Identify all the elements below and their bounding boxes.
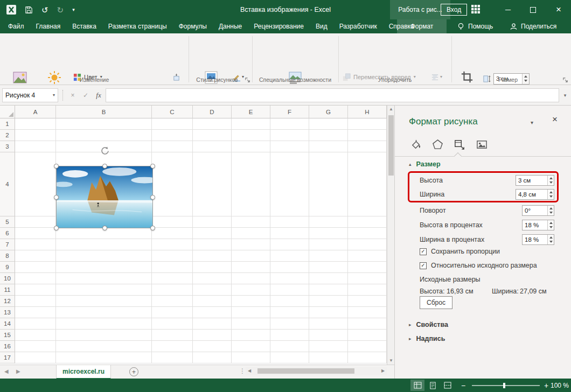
cell-E15[interactable] — [232, 330, 270, 341]
maximize-button[interactable] — [520, 0, 545, 19]
cell-F15[interactable] — [270, 330, 309, 341]
tab-page-layout[interactable]: Разметка страницы — [102, 19, 173, 33]
column-header-E[interactable]: E — [232, 106, 270, 118]
cell-C16[interactable] — [152, 341, 193, 352]
cell-H8[interactable] — [348, 250, 387, 262]
rotation-input[interactable]: 0° — [522, 205, 554, 216]
cell-D6[interactable] — [193, 228, 232, 239]
cell-G10[interactable] — [309, 273, 348, 284]
cell-G13[interactable] — [309, 307, 348, 318]
cell-C6[interactable] — [152, 228, 193, 239]
width-percent-spin-buttons[interactable] — [547, 235, 554, 244]
cell-F14[interactable] — [270, 318, 309, 330]
pane-options-chevron-icon[interactable]: ▾ — [531, 120, 533, 125]
cell-D15[interactable] — [193, 330, 232, 341]
cell-H13[interactable] — [348, 307, 387, 318]
cell-D1[interactable] — [193, 118, 232, 130]
cell-F4[interactable] — [270, 152, 309, 216]
lock-aspect-checkbox[interactable]: ✓ Сохранить пропорции — [420, 248, 500, 255]
cell-C13[interactable] — [152, 307, 193, 318]
insert-function-button[interactable]: fx — [93, 88, 105, 102]
cell-B17[interactable] — [56, 352, 152, 363]
inserted-picture[interactable] — [56, 166, 153, 228]
row-header-5[interactable]: 5 — [0, 216, 15, 228]
properties-section-header[interactable]: ▸ Свойства — [409, 321, 448, 328]
cell-H15[interactable] — [348, 330, 387, 341]
cell-G5[interactable] — [309, 216, 348, 228]
cell-H2[interactable] — [348, 130, 387, 141]
cell-F7[interactable] — [270, 239, 309, 250]
cell-A2[interactable] — [15, 130, 56, 141]
cell-E9[interactable] — [232, 262, 270, 273]
cell-G14[interactable] — [309, 318, 348, 330]
cell-A4[interactable] — [15, 152, 56, 216]
cell-E8[interactable] — [232, 250, 270, 262]
row-header-7[interactable]: 7 — [0, 239, 15, 250]
cell-E16[interactable] — [232, 341, 270, 352]
sheet-tab-active[interactable]: microexcel.ru — [56, 365, 111, 379]
cell-C8[interactable] — [152, 250, 193, 262]
row-header-9[interactable]: 9 — [0, 262, 15, 273]
cell-A8[interactable] — [15, 250, 56, 262]
cell-H5[interactable] — [348, 216, 387, 228]
row-header-10[interactable]: 10 — [0, 273, 15, 284]
cell-G1[interactable] — [309, 118, 348, 130]
cell-F9[interactable] — [270, 262, 309, 273]
cell-G8[interactable] — [309, 250, 348, 262]
cell-D5[interactable] — [193, 216, 232, 228]
close-button[interactable]: × — [546, 0, 571, 19]
cell-F5[interactable] — [270, 216, 309, 228]
horizontal-scrollbar[interactable]: ◀ ▶ — [246, 367, 387, 375]
cell-E7[interactable] — [232, 239, 270, 250]
cell-A16[interactable] — [15, 341, 56, 352]
scroll-left-icon[interactable]: ◀ — [246, 367, 253, 375]
cell-D17[interactable] — [193, 352, 232, 363]
cell-A15[interactable] — [15, 330, 56, 341]
select-all-corner[interactable] — [0, 106, 15, 118]
add-sheet-button[interactable]: + — [129, 367, 138, 376]
tab-home[interactable]: Главная — [30, 19, 67, 33]
tab-data[interactable]: Данные — [213, 19, 248, 33]
cell-F12[interactable] — [270, 296, 309, 307]
cell-B14[interactable] — [56, 318, 152, 330]
row-header-17[interactable]: 17 — [0, 352, 15, 363]
horizontal-scroll-thumb[interactable] — [257, 368, 354, 374]
cell-E10[interactable] — [232, 273, 270, 284]
relative-original-checkbox[interactable]: ✓ Относительно исходного размера — [420, 262, 537, 269]
cell-F8[interactable] — [270, 250, 309, 262]
cell-C11[interactable] — [152, 284, 193, 296]
page-layout-view-button[interactable] — [426, 380, 440, 391]
height-percent-spin-buttons[interactable] — [547, 220, 554, 230]
cell-B12[interactable] — [56, 296, 152, 307]
cell-F16[interactable] — [270, 341, 309, 352]
formula-input[interactable] — [106, 88, 559, 102]
cell-E17[interactable] — [232, 352, 270, 363]
cell-A12[interactable] — [15, 296, 56, 307]
cell-G7[interactable] — [309, 239, 348, 250]
tab-file[interactable]: Файл — [2, 19, 30, 33]
cell-E2[interactable] — [232, 130, 270, 141]
cell-D14[interactable] — [193, 318, 232, 330]
cell-D10[interactable] — [193, 273, 232, 284]
cell-C12[interactable] — [152, 296, 193, 307]
scroll-up-icon[interactable]: ▲ — [387, 106, 394, 113]
zoom-out-button[interactable]: − — [458, 379, 469, 392]
cell-F11[interactable] — [270, 284, 309, 296]
size-dialog-launcher-icon[interactable] — [561, 76, 569, 83]
column-header-H[interactable]: H — [348, 106, 387, 118]
width-spin-buttons[interactable] — [547, 190, 554, 199]
cancel-button[interactable]: × — [67, 88, 79, 102]
resize-handle-middle-right[interactable] — [150, 195, 155, 200]
row-header-16[interactable]: 16 — [0, 341, 15, 352]
cell-G17[interactable] — [309, 352, 348, 363]
cell-B2[interactable] — [56, 130, 152, 141]
cell-G15[interactable] — [309, 330, 348, 341]
enter-button[interactable]: ✓ — [80, 88, 92, 102]
cell-A10[interactable] — [15, 273, 56, 284]
normal-view-button[interactable] — [410, 380, 424, 391]
column-header-D[interactable]: D — [193, 106, 232, 118]
width-input[interactable]: 4,8 см — [516, 189, 554, 200]
checkbox-checked-icon[interactable]: ✓ — [420, 248, 427, 255]
column-header-A[interactable]: A — [15, 106, 56, 118]
resize-handle-top-center[interactable] — [102, 164, 107, 169]
